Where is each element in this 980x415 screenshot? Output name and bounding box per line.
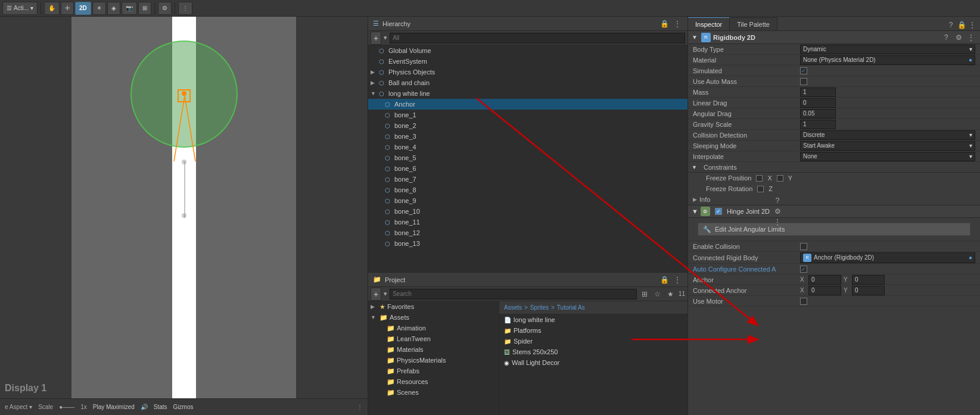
- inspector-more-btn[interactable]: ⋮: [967, 20, 978, 30]
- inspector-content[interactable]: ▼ R Rigidbody 2D ? ⚙ ⋮ Body Type Dynamic…: [688, 31, 980, 415]
- hierarchy-item-anchor[interactable]: ⬡Anchor: [368, 99, 687, 110]
- edit-joint-btn[interactable]: 🔧 Edit Joint Angular Limits: [698, 223, 970, 236]
- toolbar-hand[interactable]: ✋: [44, 2, 60, 15]
- hierarchy-more-btn[interactable]: ⋮: [672, 18, 683, 29]
- use-auto-mass-checkbox[interactable]: [800, 78, 807, 85]
- path-tutorial[interactable]: Tutorial As: [557, 304, 585, 311]
- enable-collision-checkbox[interactable]: [800, 243, 807, 250]
- path-sprites[interactable]: Sprites: [530, 304, 549, 311]
- rigidbody-help-btn[interactable]: ?: [941, 32, 951, 43]
- hierarchy-item-bone_3[interactable]: ⬡bone_3: [368, 131, 687, 142]
- connected-anchor-y-input[interactable]: [852, 286, 885, 295]
- folder-item-materials[interactable]: 📁Materials: [368, 344, 499, 355]
- toolbar-move[interactable]: ✛: [61, 2, 74, 15]
- file-item-long-white-line[interactable]: 📄long white line: [499, 314, 687, 325]
- hierarchy-item-bone_13[interactable]: ⬡bone_13: [368, 238, 687, 249]
- play-maximized-btn[interactable]: Play Maximized: [93, 404, 135, 410]
- material-dropdown[interactable]: None (Physics Material 2D) ●: [800, 55, 975, 65]
- folder-item-physicsmaterials[interactable]: 📁PhysicsMaterials: [368, 355, 499, 366]
- hierarchy-item-bone_10[interactable]: ⬡bone_10: [368, 206, 687, 217]
- toolbar-2d-btn[interactable]: 2D: [75, 2, 91, 15]
- project-folders[interactable]: ▶ ★ Favorites ▼📁Assets📁Animation📁LeanTwe…: [368, 301, 499, 415]
- rigidbody-more-btn[interactable]: ⋮: [966, 32, 976, 43]
- toolbar-grid[interactable]: ⊞: [138, 2, 151, 15]
- toolbar-dropdown[interactable]: ☰ Acti... ▾: [2, 2, 38, 15]
- hierarchy-lock-btn[interactable]: 🔒: [659, 18, 670, 29]
- hierarchy-search-input[interactable]: [390, 33, 685, 43]
- project-search-input[interactable]: [390, 289, 637, 299]
- hinge-help-btn[interactable]: ?: [772, 195, 783, 206]
- hierarchy-item-bone_6[interactable]: ⬡bone_6: [368, 163, 687, 174]
- project-more-btn[interactable]: ⋮: [672, 274, 683, 285]
- scene-background[interactable]: [0, 17, 368, 398]
- hierarchy-item-bone_12[interactable]: ⬡bone_12: [368, 227, 687, 238]
- hinge-settings-btn[interactable]: ⚙: [772, 206, 783, 217]
- hierarchy-add-btn[interactable]: +: [371, 32, 381, 45]
- folder-item-animation[interactable]: 📁Animation: [368, 323, 499, 333]
- freeze-x-checkbox[interactable]: [756, 175, 763, 182]
- tab-inspector[interactable]: Inspector: [688, 17, 730, 30]
- hierarchy-item-bone_7[interactable]: ⬡bone_7: [368, 174, 687, 185]
- file-item-spider[interactable]: 📁Spider: [499, 336, 687, 347]
- connected-body-pick-btn[interactable]: ●: [969, 254, 972, 261]
- file-item-wall-light-decor[interactable]: ◉Wall Light Decor: [499, 357, 687, 368]
- gravity-scale-input[interactable]: [800, 120, 836, 129]
- stats-btn[interactable]: Stats: [154, 404, 167, 410]
- path-assets[interactable]: Assets: [504, 304, 522, 311]
- hierarchy-item-bone_8[interactable]: ⬡bone_8: [368, 185, 687, 195]
- toolbar-light[interactable]: ☀: [92, 2, 106, 15]
- project-filter-btn[interactable]: ☆: [652, 289, 663, 299]
- simulated-checkbox[interactable]: ✓: [800, 67, 807, 74]
- inspector-lock-btn[interactable]: 🔒: [956, 20, 967, 30]
- hierarchy-item-long-white-line[interactable]: ▼⬡long white line: [368, 88, 687, 99]
- hierarchy-item-bone_1[interactable]: ⬡bone_1: [368, 110, 687, 120]
- rigidbody-settings-btn[interactable]: ⚙: [953, 32, 964, 43]
- auto-configure-link[interactable]: Auto Configure Connected A: [693, 266, 776, 273]
- toolbar-gizmos2[interactable]: ⚙: [158, 2, 172, 15]
- linear-drag-input[interactable]: [800, 98, 836, 108]
- interpolate-dropdown[interactable]: None ▾: [800, 152, 975, 161]
- anchor-x-input[interactable]: [808, 275, 841, 285]
- mass-input[interactable]: [800, 88, 836, 97]
- hierarchy-item-bone_9[interactable]: ⬡bone_9: [368, 195, 687, 206]
- hierarchy-item-physics-objects[interactable]: ▶⬡Physics Objects: [368, 67, 687, 77]
- gizmos-btn[interactable]: Gizmos: [173, 404, 194, 410]
- file-item-platforms[interactable]: 📁Platforms: [499, 325, 687, 336]
- sleeping-mode-dropdown[interactable]: Start Awake ▾: [800, 141, 975, 151]
- project-lock-btn[interactable]: 🔒: [659, 274, 670, 285]
- connected-body-value[interactable]: R Anchor (Rigidbody 2D) ●: [800, 252, 975, 263]
- toolbar-menu[interactable]: ⋮: [178, 2, 192, 15]
- hierarchy-item-eventsystem[interactable]: ⬡EventSystem: [368, 56, 687, 67]
- toolbar-camera[interactable]: 📷: [122, 2, 137, 15]
- hierarchy-item-bone_11[interactable]: ⬡bone_11: [368, 217, 687, 227]
- use-motor-checkbox[interactable]: [800, 298, 807, 305]
- hinge-enabled-checkbox[interactable]: ✓: [715, 208, 722, 215]
- connected-anchor-x-input[interactable]: [808, 286, 841, 295]
- aspect-dropdown[interactable]: e Aspect ▾: [5, 404, 32, 410]
- hierarchy-content[interactable]: ⬡Global Volume⬡EventSystem▶⬡Physics Obje…: [368, 45, 687, 272]
- hierarchy-item-bone_4[interactable]: ⬡bone_4: [368, 142, 687, 152]
- audio-icon[interactable]: 🔊: [141, 404, 148, 410]
- scale-slider[interactable]: ●——: [59, 404, 74, 410]
- freeze-y-checkbox[interactable]: [777, 175, 783, 182]
- folder-item-scenes[interactable]: 📁Scenes: [368, 387, 499, 398]
- favorites-item[interactable]: ▶ ★ Favorites: [368, 301, 499, 312]
- tab-tile-palette[interactable]: Tile Palette: [730, 17, 777, 30]
- project-star-btn[interactable]: ★: [665, 289, 676, 299]
- project-add-btn[interactable]: +: [371, 288, 381, 301]
- freeze-z-checkbox[interactable]: [757, 186, 764, 192]
- hierarchy-item-bone_2[interactable]: ⬡bone_2: [368, 120, 687, 131]
- folder-item-prefabs[interactable]: 📁Prefabs: [368, 366, 499, 376]
- body-type-dropdown[interactable]: Dynamic ▾: [800, 45, 975, 54]
- project-view-btn[interactable]: ⊞: [639, 289, 650, 299]
- inspector-help-btn[interactable]: ?: [945, 20, 956, 30]
- scene-menu-icon[interactable]: ⋮: [357, 404, 363, 410]
- folder-item-leantween[interactable]: 📁LeanTween: [368, 333, 499, 344]
- folder-item-assets[interactable]: ▼📁Assets: [368, 312, 499, 323]
- hierarchy-item-global-volume[interactable]: ⬡Global Volume: [368, 45, 687, 56]
- anchor-y-input[interactable]: [852, 275, 885, 285]
- collision-detection-dropdown[interactable]: Discrete ▾: [800, 130, 975, 140]
- angular-drag-input[interactable]: [800, 109, 836, 118]
- hierarchy-item-bone_5[interactable]: ⬡bone_5: [368, 152, 687, 163]
- hierarchy-item-ball-and-chain[interactable]: ▶⬡Ball and chain: [368, 77, 687, 88]
